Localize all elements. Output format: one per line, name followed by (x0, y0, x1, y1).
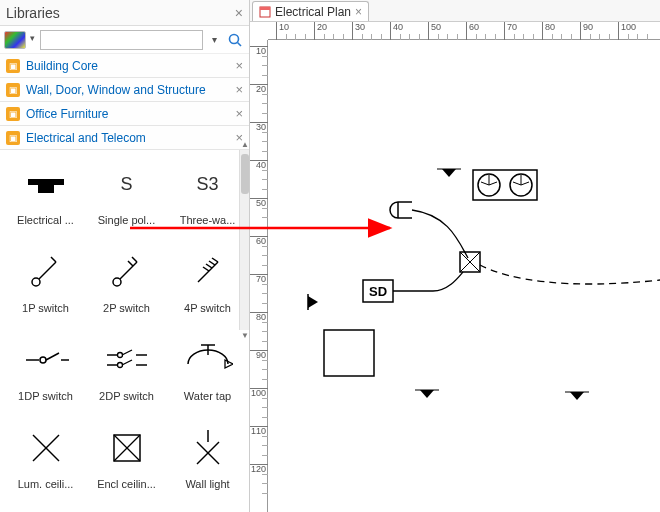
plug-shape[interactable] (390, 202, 412, 218)
shape-text-S[interactable]: SSingle pol... (87, 156, 166, 240)
shape-dp2[interactable]: 2DP switch (87, 332, 166, 416)
svg-rect-40 (260, 7, 270, 10)
svg-line-14 (206, 264, 212, 268)
shape-icon (16, 332, 76, 388)
triangle-shape[interactable] (415, 390, 439, 398)
dashed-connector[interactable] (480, 265, 660, 284)
close-icon[interactable]: × (235, 58, 243, 73)
libraries-panel: Libraries × ▾ ▣ Building Core × ▣ Wall, … (0, 0, 250, 512)
shape-label: Wall light (174, 478, 242, 490)
shape-label: Encl ceilin... (93, 478, 161, 490)
shape-label: Three-wa... (174, 214, 242, 226)
shape-sw1[interactable]: 1P switch (6, 244, 85, 328)
shape-sw4[interactable]: 4P switch (168, 244, 247, 328)
svg-line-48 (513, 182, 521, 185)
triangle-shape[interactable] (437, 169, 461, 177)
svg-line-1 (238, 42, 242, 46)
ruler-vertical: 102030405060708090100110120 (250, 40, 268, 512)
svg-line-13 (209, 261, 215, 265)
svg-rect-3 (38, 185, 54, 193)
color-picker-button[interactable] (4, 31, 26, 49)
close-icon[interactable]: × (235, 106, 243, 121)
libraries-header: Libraries × (0, 0, 249, 26)
shape-wallx[interactable]: Wall light (168, 420, 247, 504)
drawing-canvas[interactable]: SD (268, 40, 660, 512)
folder-icon: ▣ (6, 131, 20, 145)
folder-icon: ▣ (6, 83, 20, 97)
shape-icon (16, 244, 76, 300)
main-area: Electrical Plan × 102030405060708090100 … (250, 0, 660, 512)
document-icon (259, 6, 271, 18)
shape-icon (178, 332, 238, 388)
libraries-close-icon[interactable]: × (235, 5, 243, 21)
shape-grid: Electrical ...SSingle pol...S3Three-wa..… (0, 150, 249, 512)
shape-outlet[interactable]: Electrical ... (6, 156, 85, 240)
svg-point-17 (40, 357, 46, 363)
svg-point-21 (117, 353, 122, 358)
dial-box-shape[interactable] (473, 170, 537, 200)
svg-line-44 (481, 182, 489, 185)
shape-icon (16, 420, 76, 476)
svg-line-6 (51, 257, 56, 262)
search-input[interactable] (40, 30, 203, 50)
shape-text-S3[interactable]: S3Three-wa... (168, 156, 247, 240)
shape-icon (178, 420, 238, 476)
svg-point-4 (32, 278, 40, 286)
shape-label: Water tap (174, 390, 242, 402)
square-shape[interactable] (324, 330, 374, 376)
shape-label: 1DP switch (12, 390, 80, 402)
triangle-shape[interactable] (565, 392, 589, 400)
libraries-title: Libraries (6, 5, 60, 21)
speaker-shape[interactable] (308, 294, 318, 310)
svg-line-22 (122, 350, 132, 355)
svg-point-0 (230, 34, 239, 43)
svg-line-25 (122, 360, 132, 365)
scrollbar[interactable]: ▲ ▼ (239, 150, 249, 330)
library-row-building-core[interactable]: ▣ Building Core × (0, 54, 249, 78)
svg-text:SD: SD (369, 284, 387, 299)
svg-line-9 (132, 257, 137, 262)
connector-curve[interactable] (412, 210, 468, 258)
crossed-box-shape[interactable] (460, 252, 480, 272)
shape-icon (97, 420, 157, 476)
shape-x[interactable]: Lum. ceili... (6, 420, 85, 504)
svg-point-7 (113, 278, 121, 286)
shape-label: Single pol... (93, 214, 161, 226)
library-row-wall-door[interactable]: ▣ Wall, Door, Window and Structure × (0, 78, 249, 102)
tab-close-icon[interactable]: × (355, 5, 362, 19)
svg-rect-2 (28, 179, 64, 185)
shape-label: 2P switch (93, 302, 161, 314)
svg-line-10 (128, 261, 133, 266)
shape-tap[interactable]: Water tap (168, 332, 247, 416)
shape-label: 1P switch (12, 302, 80, 314)
search-icon[interactable] (225, 30, 245, 50)
connector-line[interactable] (393, 272, 463, 291)
ruler-horizontal: 102030405060708090100 (268, 22, 660, 40)
shape-icon (97, 244, 157, 300)
shape-label: 2DP switch (93, 390, 161, 402)
sd-box-shape[interactable]: SD (363, 280, 393, 302)
svg-line-49 (521, 182, 529, 185)
search-dropdown-icon[interactable]: ▾ (207, 34, 221, 45)
library-search-row: ▾ (0, 26, 249, 54)
shape-icon: S (97, 156, 157, 212)
shape-label: Lum. ceili... (12, 478, 80, 490)
tab-electrical-plan[interactable]: Electrical Plan × (252, 1, 369, 21)
svg-marker-60 (308, 296, 318, 308)
svg-line-45 (489, 182, 497, 185)
svg-marker-64 (570, 392, 584, 400)
svg-line-12 (212, 258, 218, 262)
library-row-electrical-telecom[interactable]: ▣ Electrical and Telecom × (0, 126, 249, 150)
shape-dp1[interactable]: 1DP switch (6, 332, 85, 416)
close-icon[interactable]: × (235, 82, 243, 97)
shape-label: Electrical ... (12, 214, 80, 226)
svg-line-5 (39, 262, 56, 279)
svg-line-15 (203, 267, 209, 271)
shape-sw2[interactable]: 2P switch (87, 244, 166, 328)
svg-line-8 (120, 262, 137, 279)
svg-point-24 (117, 363, 122, 368)
shape-boxx[interactable]: Encl ceilin... (87, 420, 166, 504)
svg-marker-50 (442, 169, 456, 177)
tab-label: Electrical Plan (275, 5, 351, 19)
library-row-office-furniture[interactable]: ▣ Office Furniture × (0, 102, 249, 126)
